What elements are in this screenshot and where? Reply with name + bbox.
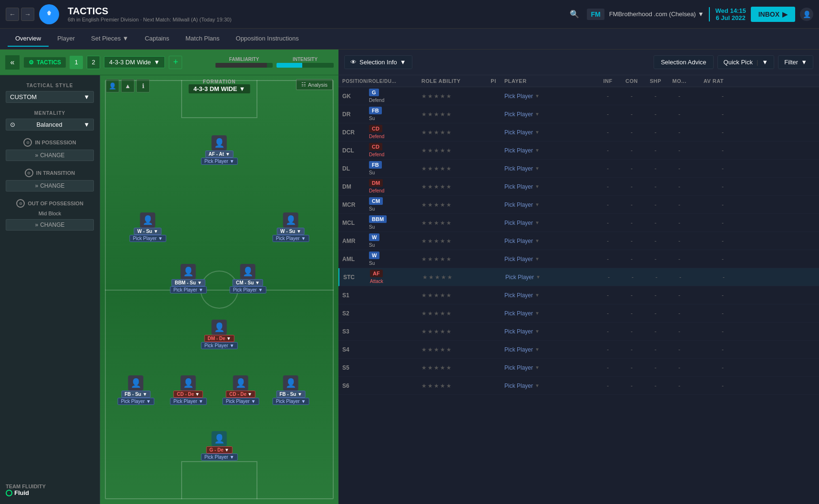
pick-player-gk[interactable]: Pick Player ▼ [201,454,238,461]
position-label-mcl[interactable]: BBM - Su ▼ [171,279,205,286]
position-label-dl[interactable]: FB - Su ▼ [276,391,306,398]
role-badge[interactable]: AF [370,270,383,277]
player-dropdown-icon[interactable]: ▼ [535,311,540,316]
table-row[interactable]: AMR WSu ★★★★★ Pick Player ▼ - - - - - [338,232,819,250]
forward-button[interactable]: → [21,8,34,21]
position-label-amr[interactable]: W - Su ▼ [134,228,162,235]
table-row[interactable]: S2 ★★★★★ Pick Player ▼ - - - - - [338,304,819,323]
filter-button[interactable]: Filter ▼ [778,55,813,69]
pitch-chart-icon-button[interactable]: ▲ [121,79,134,92]
collapse-button[interactable]: « [5,55,20,70]
pick-player-mcl[interactable]: Pick Player ▼ [170,286,207,293]
analysis-button[interactable]: ☷ Analysis [296,79,333,90]
role-badge[interactable]: CM [369,197,383,205]
table-row[interactable]: MCR CMSu ★★★★★ Pick Player ▼ - - - - - [338,196,819,214]
table-row[interactable]: S1 ★★★★★ Pick Player ▼ - - - - - [338,286,819,304]
pick-player-inline[interactable]: Pick Player [504,165,533,172]
table-row[interactable]: S6 ★★★★★ Pick Player ▼ - - - - - [338,377,819,395]
selection-info-button[interactable]: 👁 Selection Info ▼ [344,55,412,69]
table-row[interactable]: S3 ★★★★★ Pick Player ▼ - - - - - [338,323,819,341]
pick-player-amr[interactable]: Pick Player ▼ [130,235,166,242]
mentality-dropdown[interactable]: ⊙ Balanced ▼ [6,119,94,131]
position-label-mcr[interactable]: CM - Su ▼ [233,279,263,286]
player-dropdown-icon[interactable]: ▼ [535,329,540,334]
add-formation-button[interactable]: + [169,56,182,69]
pick-player-inline[interactable]: Pick Player [504,147,533,154]
pick-player-inline[interactable]: Pick Player [504,383,533,389]
table-row[interactable]: DCR CDDefend ★★★★★ Pick Player ▼ - - - -… [338,123,819,141]
pick-player-stc[interactable]: Pick Player ▼ [201,158,238,165]
pick-player-inline[interactable]: Pick Player [504,129,533,136]
role-badge[interactable]: FB [369,161,382,169]
player-dropdown-icon[interactable]: ▼ [535,148,540,153]
in-possession-change-button[interactable]: » CHANGE [6,150,94,161]
player-dropdown-icon[interactable]: ▼ [535,347,540,352]
position-label-dm[interactable]: DM - De ▼ [204,335,234,342]
pick-player-inline[interactable]: Pick Player [504,220,533,226]
out-of-possession-change-button[interactable]: » CHANGE [6,219,94,231]
selection-advice-button[interactable]: Selection Advice [654,55,713,69]
table-row[interactable]: MCL BBMSu ★★★★★ Pick Player ▼ - - - - - [338,214,819,232]
formation-select[interactable]: 4-3-3 DM Wide ▼ [104,56,165,68]
position-label-aml[interactable]: W - Su ▼ [277,228,305,235]
tab-opposition-instructions[interactable]: Opposition Instructions [228,31,307,47]
table-row[interactable]: STC AFAttack ★★★★★ Pick Player ▼ - - - -… [338,268,819,286]
pick-player-inline[interactable]: Pick Player [504,256,533,262]
tab-player[interactable]: Player [50,31,82,47]
pick-player-inline[interactable]: Pick Player [504,183,533,190]
player-dropdown-icon[interactable]: ▼ [535,292,540,298]
table-row[interactable]: DCL CDDefend ★★★★★ Pick Player ▼ - - - -… [338,141,819,160]
slot-2-button[interactable]: 2 [87,56,100,69]
pitch-person-icon-button[interactable]: 👤 [106,79,119,92]
player-dropdown-icon[interactable]: ▼ [535,130,540,135]
table-row[interactable]: S4 ★★★★★ Pick Player ▼ - - - - - [338,341,819,359]
inbox-button[interactable]: INBOX ▶ [751,7,795,22]
player-dropdown-icon[interactable]: ▼ [535,166,540,171]
tab-overview[interactable]: Overview [8,31,49,47]
pick-player-mcr[interactable]: Pick Player ▼ [230,286,266,293]
club-dropdown-icon[interactable]: ▼ [698,10,704,18]
player-dropdown-icon[interactable]: ▼ [535,202,540,207]
player-dropdown-icon[interactable]: ▼ [535,184,540,189]
position-label-dcr[interactable]: CD - De ▼ [174,391,203,398]
table-row[interactable]: S5 ★★★★★ Pick Player ▼ - - - - - [338,359,819,377]
pick-player-inline[interactable]: Pick Player [504,111,533,118]
player-dropdown-icon[interactable]: ▼ [535,238,540,243]
role-badge[interactable]: FB [369,107,382,114]
table-row[interactable]: DL FBSu ★★★★★ Pick Player ▼ - - - - - [338,160,819,178]
role-badge[interactable]: W [369,252,379,259]
in-transition-change-button[interactable]: » CHANGE [6,180,94,192]
player-dropdown-icon[interactable]: ▼ [535,383,540,388]
tab-match-plans[interactable]: Match Plans [178,31,227,47]
player-dropdown-icon[interactable]: ▼ [535,111,540,117]
pick-player-inline[interactable]: Pick Player [504,202,533,208]
quick-pick-button[interactable]: Quick Pick | ▼ [717,55,775,69]
table-row[interactable]: AML WSu ★★★★★ Pick Player ▼ - - - - - [338,250,819,268]
table-row[interactable]: GK GDefend ★★★★★ Pick Player ▼ - - - - - [338,87,819,105]
tactical-style-dropdown[interactable]: CUSTOM ▼ [6,91,94,103]
pitch-info-icon-button[interactable]: ℹ [136,79,150,92]
tab-captains[interactable]: Captains [137,31,177,47]
pick-player-inline[interactable]: Pick Player [504,310,533,317]
search-button[interactable]: 🔍 [567,7,582,22]
role-badge[interactable]: CD [369,125,382,132]
position-label-stc[interactable]: AF - At ▼ [205,151,233,158]
pick-player-inline[interactable]: Pick Player [505,274,534,281]
pick-player-inline[interactable]: Pick Player [504,346,533,353]
pick-player-inline[interactable]: Pick Player [504,364,533,371]
formation-name-display[interactable]: 4-3-3 DM WIDE ▼ [189,84,250,93]
role-badge[interactable]: G [369,89,379,96]
role-badge[interactable]: CD [369,143,382,151]
pick-player-aml[interactable]: Pick Player ▼ [273,235,309,242]
table-row[interactable]: DR FBSu ★★★★★ Pick Player ▼ - - - - - [338,105,819,123]
player-dropdown-icon[interactable]: ▼ [535,220,540,225]
pick-player-inline[interactable]: Pick Player [504,93,533,100]
position-label-dcl[interactable]: CD - De ▼ [226,391,256,398]
pick-player-dcl[interactable]: Pick Player ▼ [223,398,259,405]
pick-player-inline[interactable]: Pick Player [504,292,533,299]
player-dropdown-icon[interactable]: ▼ [536,274,541,280]
role-badge[interactable]: W [369,233,379,241]
player-dropdown-icon[interactable]: ▼ [535,93,540,99]
back-button[interactable]: ← [6,8,19,21]
table-row[interactable]: DM DMDefend ★★★★★ Pick Player ▼ - - - - … [338,178,819,196]
